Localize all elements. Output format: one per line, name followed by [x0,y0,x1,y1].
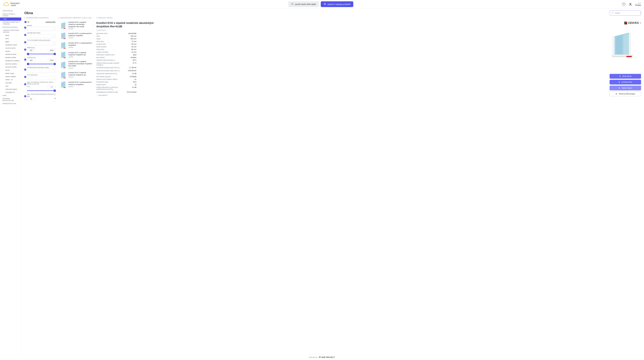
property-key: součinitel prostupu tepla rámu Uf [96,70,120,72]
sidebar-subitem[interactable]: toaletní sedátka [0,75,21,78]
svg-marker-18 [61,72,66,78]
product-card[interactable]: Komfort EVO s tepelně izolačním akustick… [58,20,94,31]
filter-select[interactable]: ...⌄ [27,42,56,45]
product-name: Komfort EVO s protislunečním reflexním d… [68,81,93,86]
product-thumb [60,21,67,29]
product-card[interactable]: Komfort EVO s tepelně izolačním trojskle… [58,70,94,80]
filter-checkbox[interactable]: ✓ [24,41,26,43]
search-icon [612,12,614,14]
sidebar-item[interactable]: ›ELEKTRO A SVÍTIDLA [0,26,21,29]
filter-select[interactable]: ...⌄ [27,34,56,38]
range-max-input[interactable] [48,86,56,88]
svg-rect-11 [64,48,66,48]
tab-catalog[interactable]: vyberte z katalogu produktů [321,1,353,7]
user-icon[interactable] [628,2,632,6]
download-button[interactable]: ⬇Allplan libpart [610,86,641,90]
sidebar-subitem[interactable]: sprchy [0,69,21,72]
sidebar-item[interactable]: ›KONSTRUKCE [0,9,21,12]
help-icon[interactable] [622,2,626,6]
sidebar-item[interactable]: ›INTERIÉR & NÁBYTEK & VYBAVENÍ [0,21,21,26]
search-input[interactable] [615,12,638,14]
sidebar-subitem[interactable]: sprchové systémy [0,62,21,66]
filter-checkbox[interactable]: ✓ [24,69,26,70]
filter-checkbox[interactable]: ✓ [24,76,26,78]
filter-group: ✓GEOMETRIE OKNA...⌄ [24,31,56,38]
filter-group: ✓TYP OTEVÍRÁNÍ OKNA ZÁKLADNÍ...⌄ [24,38,56,46]
filter-checkbox[interactable]: ✓ [24,59,26,60]
sidebar-item-okna[interactable]: okna [0,17,21,21]
detail-title: Komfort EVO s tepelně izolačním akustick… [96,21,158,28]
chevron-right-icon: › [1,22,2,24]
product-card[interactable]: Komfort EVO s protislunečním reflexním d… [58,80,94,89]
checkbox-all[interactable]: ✓ [24,21,26,23]
range-min-input[interactable] [27,49,35,52]
filter-checkbox[interactable]: ✓ [24,34,26,36]
filter-select[interactable]: ...⌄ [27,76,56,80]
sidebar-subitem[interactable]: střešní vpusti [0,72,21,75]
filter-group: ✓BRAND...⌄ [24,24,56,31]
range-max-input[interactable] [48,49,56,52]
sidebar-subitem[interactable]: sprchové vaničky [0,65,21,69]
property-row: součinitel prostupu tepla rámu Uf0.89 W/… [96,69,136,72]
clear-search-icon[interactable]: ✕ [640,12,641,14]
filter-checkbox[interactable]: ✓ [24,27,26,28]
sidebar-subitem[interactable]: předstěnové instalace [0,59,21,62]
filter-checkbox[interactable]: ✓ [24,49,26,50]
reset-filters-link[interactable]: resetovat filtry [46,21,56,23]
sidebar-subitem[interactable]: pisoáry [0,50,21,53]
sidebar-subitem[interactable]: toalety - wc [0,78,21,81]
sidebar-item[interactable]: ›INFRASTRUKTURA [0,102,21,105]
documents-toggle[interactable]: ⌄ DOKUMENTY [96,93,136,96]
range-slider[interactable] [27,90,56,92]
cube-outline-icon [324,3,326,5]
search-box[interactable]: ✕ [610,10,641,15]
svg-marker-15 [61,61,66,68]
sidebar-subitem[interactable]: gajgry [0,40,21,43]
sidebar-subitem[interactable]: dřezy [0,37,21,40]
sidebar-subitem[interactable]: podlahové vpusti [0,53,21,56]
filter-select[interactable]: ...⌄ [27,27,56,30]
product-name: Komfort EVO s tepelně izolačním trojskle… [68,52,93,56]
download-button[interactable]: ⬇Revit family [610,74,641,79]
sidebar-subitem[interactable]: bidety [0,34,21,37]
logo[interactable]: bimproject.cloud [3,1,20,7]
product-card[interactable]: Komfort EVO s nestandardním dvojsklemVEK… [58,40,94,50]
property-value: 41 dB [132,73,136,74]
download-button[interactable]: ⬇Archicad GDL [610,80,641,84]
range-max-input[interactable] [48,59,56,62]
range-slider[interactable] [27,63,56,65]
filter-label: BRAND [27,25,56,26]
range-slider[interactable] [27,53,56,55]
filter-checkbox[interactable]: ✓ [24,83,26,85]
sidebar-subitem[interactable]: umyvadla [0,81,21,84]
filter-checkbox[interactable]: ✓ [24,95,26,97]
sidebar-item[interactable]: ›OKNA & DVEŘE & STÍNĚNÍ [0,12,21,17]
product-brand: VEKRA [68,67,93,69]
sidebar-item[interactable]: ›HVAC [0,94,21,97]
language-selector[interactable]: jazyk Česky [635,2,641,6]
sidebar-subitem[interactable]: vodovodní baterie [0,88,21,91]
range-min-input[interactable] [27,59,35,62]
product-card[interactable]: Komfort EVO s tepelně izolačním trojskle… [58,50,94,59]
products-header: 2. ODPOVÍDAJÍCÍ PRODUKTY (125 of 125) [58,17,94,19]
range-min-input[interactable] [27,98,35,100]
sidebar-subitem[interactable]: nouzové sprchy [0,46,21,50]
sidebar-item[interactable]: ›KRAJINNÁ ARCHITEKTURA [0,97,21,102]
detail-column: 3. PRODUCT DETAIL Komfort EVO s tepelně … [96,17,641,96]
property-row: Podkategorie produktové řadyEVO Komfort [96,91,136,93]
chevron-right-icon: › [1,103,2,105]
filter-select[interactable]: ...⌄ [27,69,56,72]
tab-create-bim[interactable]: vytvořit vlastní BIM objekt [288,1,319,7]
sidebar-item-label: KRAJINNÁ ARCHITEKTURA [2,98,20,102]
sidebar-subitem[interactable]: vany [0,84,21,88]
sidebar-subitem[interactable]: podlahové žlaby [0,56,21,59]
product-card[interactable]: Komfort EVO s tepelně izolačním akustick… [58,59,94,70]
download-button[interactable]: ⬇Stáhnout BIM pluginy [610,91,641,96]
chevron-down-icon: ⌄ [54,42,55,44]
sidebar-item[interactable]: ⌄SANITA A VODOVODNÍ BATERIE [0,29,21,34]
sidebar-subitem[interactable]: kanalizační vpusti [0,43,21,46]
sidebar-subitem[interactable]: vymývátka očí [0,91,21,94]
product-card[interactable]: Komfort EVO s protislunečním reflexním t… [58,31,94,40]
filter-label: VÝŠKA [mm] [27,57,56,58]
logo-text: bimproject.cloud [10,2,20,6]
